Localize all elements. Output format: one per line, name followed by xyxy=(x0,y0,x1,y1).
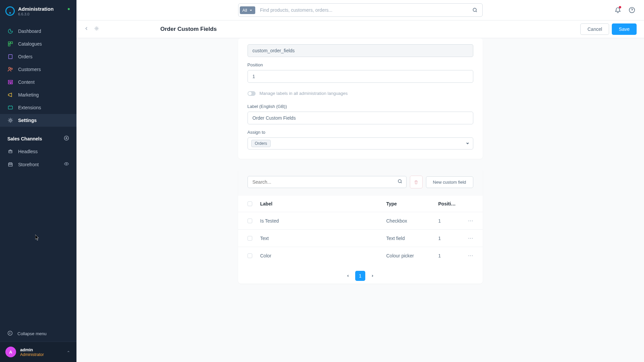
svg-rect-0 xyxy=(8,42,10,44)
help-button[interactable] xyxy=(627,5,637,15)
technical-name-input xyxy=(248,44,473,57)
search-icon[interactable] xyxy=(469,7,481,13)
fields-search-input[interactable] xyxy=(248,176,407,188)
select-all-checkbox[interactable] xyxy=(248,201,252,206)
row-actions-icon[interactable]: ⋯ xyxy=(465,252,473,259)
nav-item-extensions[interactable]: Extensions xyxy=(0,101,76,114)
dashboard-icon xyxy=(7,28,13,34)
settings-icon xyxy=(7,117,13,123)
toggle-row: Manage labels in all administration lang… xyxy=(248,91,473,96)
row-actions-icon[interactable]: ⋯ xyxy=(465,235,473,241)
row-checkbox[interactable] xyxy=(248,236,252,241)
page-actions: Cancel Save xyxy=(580,23,637,35)
nav-item-dashboard[interactable]: Dashboard xyxy=(0,25,76,38)
search-input[interactable] xyxy=(255,7,469,13)
prev-page-button[interactable] xyxy=(343,271,353,281)
fields-toolbar: New custom field xyxy=(238,168,483,196)
languages-toggle[interactable] xyxy=(248,91,256,96)
row-actions-icon[interactable]: ⋯ xyxy=(465,218,473,224)
position-input[interactable] xyxy=(248,70,473,83)
assign-label: Assign to xyxy=(248,130,473,135)
nav-item-settings[interactable]: Settings xyxy=(0,114,76,127)
nav-item-catalogues[interactable]: Catalogues xyxy=(0,38,76,50)
chevron-down-icon xyxy=(466,140,470,146)
table-row[interactable]: Is Tested Checkbox 1 ⋯ xyxy=(238,212,483,230)
extensions-icon xyxy=(7,105,13,111)
content-area[interactable]: Position Manage labels in all administra… xyxy=(76,38,644,362)
logo-icon xyxy=(5,6,15,16)
row-checkbox[interactable] xyxy=(248,253,252,258)
svg-rect-2 xyxy=(8,44,10,46)
table-row[interactable]: Text Text field 1 ⋯ xyxy=(238,230,483,247)
visibility-icon xyxy=(64,161,69,168)
back-icon[interactable] xyxy=(84,26,89,33)
add-channel-icon[interactable] xyxy=(64,135,69,142)
notification-badge-icon xyxy=(619,6,621,8)
nav-item-customers[interactable]: Customers xyxy=(0,63,76,76)
label-input[interactable] xyxy=(248,112,473,124)
position-field: Position xyxy=(248,62,473,83)
nav-label: Extensions xyxy=(18,105,41,110)
nav-label: Content xyxy=(18,79,35,85)
page-title: Order Custom Fields xyxy=(160,26,217,33)
customers-icon xyxy=(7,66,13,72)
user-role: Administrator xyxy=(20,352,44,357)
fields-table: Label Type Positi… Is Tested Checkbox 1 … xyxy=(238,196,483,264)
svg-point-14 xyxy=(66,163,67,164)
delete-fields-button[interactable] xyxy=(410,176,423,188)
cancel-button[interactable]: Cancel xyxy=(580,23,609,35)
assign-field: Assign to Orders xyxy=(248,130,473,149)
fields-card: New custom field Label Type Positi… Is T… xyxy=(238,168,483,284)
svg-rect-6 xyxy=(8,80,13,82)
nav-item-orders[interactable]: Orders xyxy=(0,50,76,63)
row-label: Color xyxy=(260,253,386,258)
sidebar-header: Administration 6.6.3.0 xyxy=(0,0,76,22)
assign-select[interactable]: Orders xyxy=(248,137,473,149)
collapse-menu-button[interactable]: Collapse menu xyxy=(0,326,76,342)
next-page-button[interactable] xyxy=(367,271,377,281)
orders-icon xyxy=(7,54,13,60)
search-filter-dropdown[interactable]: All xyxy=(240,6,255,14)
svg-point-4 xyxy=(9,67,10,69)
fields-search xyxy=(248,176,407,188)
nav-item-content[interactable]: Content xyxy=(0,76,76,88)
channel-item-storefront[interactable]: Storefront xyxy=(0,158,76,171)
technical-name-field xyxy=(248,44,473,57)
user-panel[interactable]: A admin Administrator xyxy=(0,342,76,362)
notifications-button[interactable] xyxy=(613,5,623,15)
topbar-actions xyxy=(613,5,637,15)
svg-rect-9 xyxy=(8,106,13,109)
svg-rect-13 xyxy=(8,163,12,166)
row-checkbox[interactable] xyxy=(248,219,252,223)
channel-item-headless[interactable]: Headless xyxy=(0,145,76,158)
search-filter-label: All xyxy=(243,8,247,13)
sales-channels-title: Sales Channels xyxy=(7,136,42,141)
assign-tag: Orders xyxy=(251,140,271,147)
row-label: Text xyxy=(260,236,386,241)
row-position: 1 xyxy=(438,218,465,224)
row-label: Is Tested xyxy=(260,218,386,224)
avatar: A xyxy=(5,347,16,357)
gear-icon[interactable] xyxy=(94,26,99,33)
svg-point-5 xyxy=(11,68,12,70)
nav-label: Orders xyxy=(18,54,33,59)
save-button[interactable]: Save xyxy=(612,23,637,35)
new-custom-field-button[interactable]: New custom field xyxy=(426,176,473,188)
table-row[interactable]: Color Colour picker 1 ⋯ xyxy=(238,247,483,264)
sales-channels-header: Sales Channels xyxy=(0,129,76,145)
search-icon[interactable] xyxy=(397,179,402,185)
svg-point-19 xyxy=(398,180,401,183)
nav-label: Settings xyxy=(18,118,37,123)
main-nav: Dashboard Catalogues Orders Customers Co… xyxy=(0,22,76,129)
toggle-label: Manage labels in all administration lang… xyxy=(260,91,348,96)
row-type: Text field xyxy=(386,236,438,241)
app-version: 6.6.3.0 xyxy=(18,12,54,16)
svg-rect-3 xyxy=(9,55,12,59)
nav-label: Dashboard xyxy=(18,28,41,34)
col-type-header: Type xyxy=(386,201,438,206)
nav-item-marketing[interactable]: Marketing xyxy=(0,88,76,101)
page-number-button[interactable]: 1 xyxy=(355,271,365,281)
svg-point-15 xyxy=(8,331,12,336)
nav-label: Catalogues xyxy=(18,41,42,47)
channel-label: Headless xyxy=(18,149,38,154)
